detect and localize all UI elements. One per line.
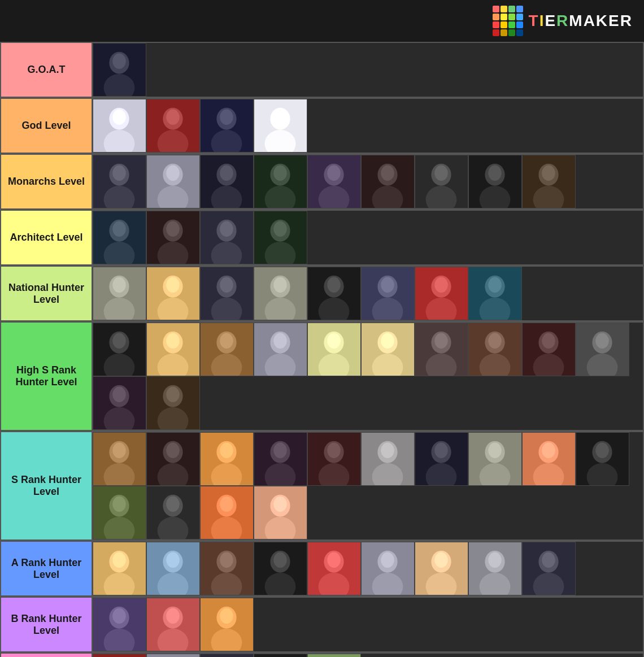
- tier-item-c28: [146, 323, 200, 376]
- tier-item-c39: [93, 432, 146, 486]
- svg-point-135: [488, 333, 501, 349]
- svg-point-147: [112, 387, 125, 402]
- tier-item-c64: [200, 598, 254, 651]
- tier-item-c36: [576, 323, 629, 376]
- tier-row-god: God Level: [0, 98, 644, 154]
- tier-items-god: [92, 99, 643, 153]
- svg-point-255: [220, 608, 233, 624]
- svg-point-167: [273, 443, 286, 458]
- tier-item-c50: [146, 486, 200, 539]
- svg-point-83: [220, 277, 233, 293]
- tier-item-c29: [200, 323, 254, 376]
- logo-text: TiERMAKER: [529, 12, 633, 30]
- svg-point-179: [434, 443, 447, 458]
- tier-item-c17: [200, 211, 254, 264]
- svg-point-227: [327, 552, 340, 568]
- svg-point-55: [542, 166, 555, 181]
- tier-label-c: C Rank Hunter Level: [1, 654, 92, 657]
- tier-item-c41: [200, 432, 254, 486]
- svg-point-131: [434, 333, 447, 349]
- tier-items-national: [92, 267, 643, 320]
- tier-item-c15: [93, 211, 146, 264]
- svg-point-91: [327, 277, 340, 293]
- tier-item-c20: [146, 267, 200, 320]
- tier-items-highs: [92, 323, 643, 430]
- svg-point-103: [488, 277, 501, 293]
- svg-point-223: [273, 552, 286, 568]
- tiermaker-logo: TiERMAKER: [493, 6, 633, 36]
- tier-item-c47: [522, 432, 576, 486]
- svg-point-215: [166, 552, 179, 568]
- svg-point-75: [112, 277, 125, 293]
- tier-item-c10: [307, 155, 361, 208]
- tier-item-c23: [307, 267, 361, 320]
- tier-item-c16: [146, 211, 200, 264]
- tier-label-b: B Rank Hunter Level: [1, 598, 92, 651]
- tier-row-s: S Rank Hunter Level: [0, 431, 644, 541]
- svg-point-119: [273, 333, 286, 349]
- tier-item-c7: [146, 155, 200, 208]
- tier-row-monarchs: Monarchs Level: [0, 154, 644, 210]
- tier-items-b: [92, 598, 643, 651]
- svg-point-47: [434, 166, 447, 181]
- svg-point-163: [220, 443, 233, 458]
- tier-row-highs: High S Rank Hunter Level: [0, 321, 644, 431]
- tier-item-c9: [254, 155, 307, 208]
- tier-label-monarchs: Monarchs Level: [1, 155, 92, 208]
- svg-point-143: [595, 333, 608, 349]
- tier-row-goat: G.O.A.T: [0, 42, 644, 98]
- tier-item-c37: [93, 376, 146, 430]
- tier-item-c61: [522, 542, 576, 595]
- svg-rect-268: [254, 654, 307, 657]
- tier-item-c59: [415, 542, 468, 595]
- tier-item-c24: [361, 267, 415, 320]
- svg-point-159: [166, 443, 179, 458]
- tier-item-c3: [146, 99, 200, 153]
- tier-label-s: S Rank Hunter Level: [1, 432, 92, 539]
- svg-point-95: [381, 277, 394, 293]
- svg-point-151: [166, 387, 179, 402]
- tier-label-architect: Architect Level: [1, 211, 92, 264]
- svg-point-107: [112, 333, 125, 349]
- tier-item-c49: [93, 486, 146, 539]
- svg-point-183: [488, 443, 501, 458]
- tier-items-c: [92, 654, 643, 657]
- tier-row-c: C Rank Hunter Level: [0, 652, 644, 657]
- tier-label-national: National Hunter Level: [1, 267, 92, 320]
- tier-row-architect: Architect Level: [0, 210, 644, 266]
- svg-point-15: [220, 110, 233, 125]
- tier-item-c5: [254, 99, 307, 153]
- svg-point-175: [381, 443, 394, 458]
- svg-point-63: [166, 221, 179, 237]
- tier-item-c25: [415, 267, 468, 320]
- tier-items-a: [92, 542, 643, 595]
- svg-point-231: [381, 552, 394, 568]
- tier-item-c1: [93, 43, 146, 97]
- svg-point-235: [434, 552, 447, 568]
- tier-item-c45: [415, 432, 468, 486]
- tier-items-s: [92, 432, 643, 539]
- tier-item-c27: [93, 323, 146, 376]
- svg-point-127: [381, 333, 394, 349]
- svg-point-79: [166, 277, 179, 293]
- svg-point-207: [273, 497, 286, 512]
- tier-item-c22: [254, 267, 307, 320]
- svg-point-11: [166, 110, 179, 125]
- tier-item-c57: [307, 542, 361, 595]
- svg-point-71: [273, 221, 286, 237]
- tier-item-c40: [146, 432, 200, 486]
- svg-point-67: [220, 221, 233, 237]
- tier-item-c53: [93, 542, 146, 595]
- svg-point-251: [166, 608, 179, 624]
- tier-item-c56: [254, 542, 307, 595]
- tier-label-highs: High S Rank Hunter Level: [1, 323, 92, 430]
- svg-rect-264: [201, 654, 253, 657]
- svg-rect-272: [308, 654, 360, 657]
- tier-item-c51: [200, 486, 254, 539]
- tier-label-goat: G.O.A.T: [1, 43, 92, 97]
- tier-item-c8: [200, 155, 254, 208]
- tier-item-c42: [254, 432, 307, 486]
- tier-items-architect: [92, 211, 643, 264]
- tier-item-c13: [468, 155, 522, 208]
- svg-point-123: [327, 333, 340, 349]
